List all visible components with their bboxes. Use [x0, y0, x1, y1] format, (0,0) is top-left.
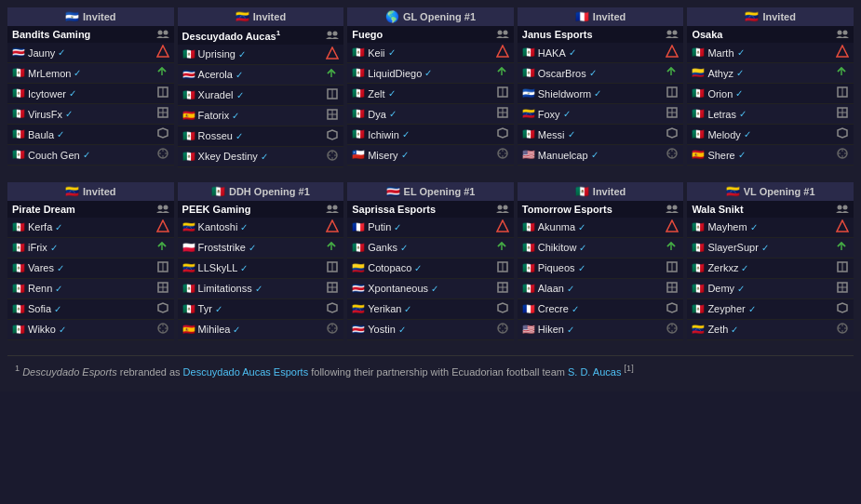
team-players-icon	[496, 204, 509, 215]
player-row: 🇲🇽Kerfa ✓	[7, 218, 174, 238]
player-row: 🇻🇪Kantoshi ✓	[178, 218, 344, 238]
player-left: 🇲🇽Renn ✓	[12, 283, 62, 295]
player-row: 🇲🇽Dya ✓	[347, 104, 514, 125]
player-name: Dya	[368, 109, 386, 120]
player-flag: 🇲🇽	[182, 303, 195, 315]
group-type-label: Invited	[762, 11, 795, 22]
player-name: Foxy	[538, 109, 560, 120]
player-role-icon	[836, 219, 849, 235]
player-left: 🇨🇷Yostin ✓	[352, 324, 406, 336]
player-check-icon: ✓	[578, 263, 585, 273]
footnote-link2[interactable]: S. D. Aucas	[568, 365, 621, 377]
player-check-icon: ✓	[249, 243, 256, 253]
player-row: 🇨🇴Athyz ✓	[687, 63, 854, 84]
group-type-label: Invited	[593, 11, 626, 22]
player-check-icon: ✓	[232, 111, 239, 121]
svg-marker-67	[157, 220, 168, 232]
player-name: VirusFx	[28, 109, 62, 120]
player-name: Xuradel	[198, 89, 234, 100]
player-left: 🇲🇽LiquidDiego ✓	[352, 67, 432, 79]
svg-point-65	[157, 205, 162, 209]
player-row: 🇲🇽Mayhem ✓	[687, 218, 854, 238]
player-left: 🇲🇽Limitationss ✓	[182, 283, 262, 295]
player-row: 🇲🇽Ganks ✓	[347, 238, 514, 259]
player-role-icon	[326, 301, 339, 317]
player-check-icon: ✓	[238, 49, 246, 60]
svg-marker-54	[837, 46, 848, 57]
player-left: 🇲🇽Mayhem ✓	[692, 221, 757, 233]
group-type-label: EL Opening #1	[404, 186, 476, 197]
player-left: 🇪🇸Shere ✓	[692, 149, 745, 161]
player-flag: 🇲🇽	[692, 221, 705, 233]
player-role-icon	[496, 65, 509, 81]
player-name: LLSkyLL	[198, 262, 238, 273]
player-flag: 🇲🇽	[12, 108, 25, 120]
player-name: Kerfa	[28, 221, 52, 232]
player-left: 🇲🇽iFrix ✓	[12, 242, 58, 254]
player-check-icon: ✓	[69, 88, 76, 99]
player-flag: 🇨🇷	[352, 283, 365, 295]
footnote-link1[interactable]: Descuydado Aucas Esports	[183, 365, 309, 377]
player-row: 🇲🇽Letras ✓	[687, 104, 854, 125]
player-check-icon: ✓	[58, 47, 65, 58]
team-name-row-0-3: Janus Esports	[518, 26, 684, 43]
group-header-1-0: 🇻🇪Invited	[7, 182, 174, 201]
group-flag-icon: 🇻🇪	[235, 10, 249, 23]
player-flag: 🇲🇽	[522, 262, 535, 274]
player-flag: 🇲🇽	[692, 283, 705, 295]
player-row: 🇲🇽Sofia ✓	[7, 299, 174, 320]
player-left: 🇲🇽Ichiwin ✓	[352, 128, 410, 140]
player-flag: 🇫🇷	[522, 303, 535, 315]
svg-point-117	[837, 205, 841, 209]
player-check-icon: ✓	[567, 284, 574, 294]
svg-marker-15	[327, 47, 338, 59]
team-name-label: Tomorrow Esports	[522, 204, 612, 215]
group-0-2: 🌎GL Opening #1Fuego🇲🇽Keii ✓🇲🇽LiquidDiego…	[347, 7, 514, 167]
player-left: 🇨🇱Misery ✓	[352, 149, 408, 161]
player-check-icon: ✓	[737, 47, 745, 58]
player-role-icon	[666, 65, 679, 81]
player-check-icon: ✓	[255, 284, 262, 294]
group-flag-icon: 🇲🇽	[211, 185, 225, 198]
player-flag: 🇺🇸	[522, 324, 535, 336]
player-left: 🇻🇪Yerikan ✓	[352, 303, 411, 315]
team-name-row-0-4: Osaka	[687, 26, 854, 43]
player-left: 🇻🇪Zeth ✓	[692, 324, 738, 336]
player-left: 🇲🇽Uprising ✓	[182, 48, 246, 60]
player-left: 🇲🇽Keii ✓	[352, 46, 395, 59]
player-check-icon: ✓	[741, 263, 748, 273]
grid-row-1: 🇻🇪InvitedPirate Dream🇲🇽Kerfa ✓🇲🇽iFrix ✓🇲…	[7, 182, 854, 340]
player-name: Demy	[707, 283, 734, 294]
player-flag: 🇲🇽	[522, 46, 535, 59]
player-row: 🇺🇸Manuelcap ✓	[518, 145, 684, 166]
player-check-icon: ✓	[761, 243, 769, 253]
player-name: Chikitow	[538, 242, 577, 253]
group-1-4: 🇻🇪VL Opening #1Wala Snikt🇲🇽Mayhem ✓🇲🇽Sla…	[687, 182, 854, 340]
player-role-icon	[666, 219, 679, 235]
player-name: Messi	[538, 129, 565, 140]
svg-point-0	[157, 31, 162, 35]
player-row: 🇲🇽Xuradel ✓	[178, 86, 344, 106]
player-flag: 🇲🇽	[12, 242, 25, 254]
player-check-icon: ✓	[233, 325, 240, 335]
team-name-label: PEEK Gaming	[182, 204, 251, 215]
player-role-icon	[836, 126, 849, 142]
player-flag: 🇵🇱	[182, 242, 195, 254]
svg-point-13	[328, 31, 332, 35]
player-row: 🇲🇽Zerkxz ✓	[687, 259, 854, 279]
player-role-icon	[156, 260, 169, 276]
player-role-icon	[326, 281, 339, 297]
player-name: Orion	[707, 88, 733, 99]
svg-point-118	[842, 205, 847, 209]
player-flag: 🇨🇷	[352, 324, 365, 336]
team-name-label: Descuydado Aucas1	[182, 29, 281, 42]
svg-point-1	[163, 31, 168, 35]
player-flag: 🇲🇽	[352, 67, 365, 79]
player-check-icon: ✓	[57, 263, 64, 273]
svg-point-78	[328, 205, 332, 209]
player-name: Kantoshi	[198, 221, 238, 232]
player-flag: 🇺🇸	[522, 149, 535, 161]
player-left: 🇲🇽MrLemon ✓	[12, 67, 81, 79]
player-check-icon: ✓	[54, 304, 61, 314]
team-name-row-1-1: PEEK Gaming	[178, 201, 344, 218]
